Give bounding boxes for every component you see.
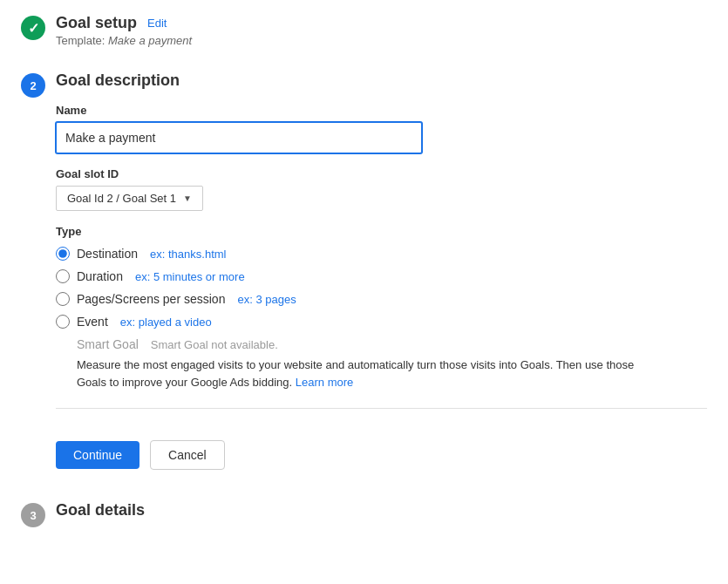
smart-goal-description-text: Measure the most engaged visits to your … — [77, 358, 634, 389]
goal-description-title: Goal description — [56, 71, 707, 90]
goal-details-content: Goal details — [56, 501, 707, 519]
step1-complete-icon: ✓ — [21, 16, 45, 40]
goal-description-section: 2 Goal description Name Goal slot ID Goa… — [21, 71, 707, 484]
divider — [56, 408, 707, 409]
goal-name-input[interactable] — [56, 122, 422, 153]
smart-goal-description: Measure the most engaged visits to your … — [56, 357, 649, 390]
type-label: Type — [56, 225, 707, 238]
type-destination-option: Destination ex: thanks.html — [56, 247, 707, 261]
destination-label: Destination — [77, 247, 138, 261]
smart-goal-label: Smart Goal — [77, 337, 139, 351]
smart-goal-row: Smart Goal Smart Goal not available. — [56, 337, 707, 351]
duration-radio[interactable] — [56, 269, 70, 283]
goal-setup-content: Goal setup Edit Template: Make a payment — [56, 14, 707, 47]
type-duration-option: Duration ex: 5 minutes or more — [56, 269, 707, 283]
template-prefix: Template: — [56, 34, 105, 47]
goal-slot-label: Goal slot ID — [56, 167, 707, 180]
pages-label: Pages/Screens per session — [77, 292, 225, 306]
step2-badge: 2 — [21, 73, 45, 98]
type-section: Type Destination ex: thanks.html Duratio… — [56, 225, 707, 390]
goal-slot-dropdown[interactable]: Goal Id 2 / Goal Set 1 ▼ — [56, 186, 203, 211]
template-value: Make a payment — [108, 34, 192, 47]
edit-link[interactable]: Edit — [147, 17, 167, 30]
pages-radio[interactable] — [56, 292, 70, 306]
chevron-down-icon: ▼ — [183, 194, 192, 203]
goal-description-content: Goal description Name Goal slot ID Goal … — [56, 71, 707, 484]
continue-button[interactable]: Continue — [56, 441, 139, 469]
goal-details-title: Goal details — [56, 501, 707, 519]
cancel-button[interactable]: Cancel — [150, 440, 225, 470]
destination-example: ex: thanks.html — [150, 248, 226, 261]
learn-more-link[interactable]: Learn more — [296, 376, 353, 389]
goal-setup-section: ✓ Goal setup Edit Template: Make a payme… — [21, 14, 707, 58]
goal-slot-section: Goal slot ID Goal Id 2 / Goal Set 1 ▼ — [56, 167, 707, 211]
step3-badge: 3 — [21, 503, 45, 527]
event-label: Event — [77, 315, 108, 329]
event-example: ex: played a video — [120, 316, 212, 329]
checkmark-icon: ✓ — [28, 20, 39, 37]
goal-slot-value: Goal Id 2 / Goal Set 1 — [67, 192, 176, 205]
event-radio[interactable] — [56, 315, 70, 329]
type-event-option: Event ex: played a video — [56, 315, 707, 329]
destination-radio[interactable] — [56, 247, 70, 261]
goal-setup-title-row: Goal setup Edit — [56, 14, 707, 32]
pages-example: ex: 3 pages — [237, 293, 296, 306]
goal-setup-template: Template: Make a payment — [56, 34, 707, 47]
name-label: Name — [56, 104, 707, 117]
duration-label: Duration — [77, 269, 123, 283]
button-row: Continue Cancel — [56, 426, 707, 484]
goal-details-section: 3 Goal details — [21, 501, 707, 527]
goal-setup-title: Goal setup — [56, 14, 137, 32]
duration-example: ex: 5 minutes or more — [135, 270, 245, 283]
step2-number: 2 — [30, 79, 36, 92]
step3-number: 3 — [30, 509, 36, 522]
smart-goal-note: Smart Goal not available. — [151, 338, 278, 351]
type-pages-option: Pages/Screens per session ex: 3 pages — [56, 292, 707, 306]
